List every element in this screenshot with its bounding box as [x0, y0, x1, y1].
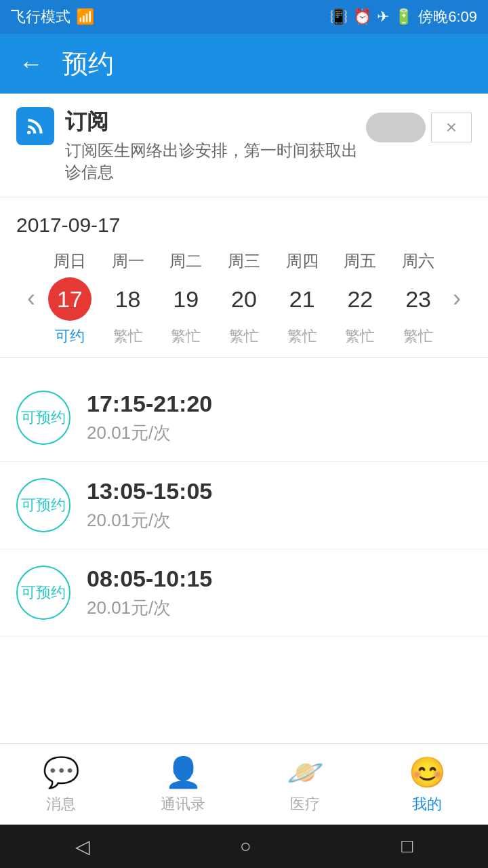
status-bar: 飞行模式 📶 📳 ⏰ ✈ 🔋 傍晚6:09 — [0, 0, 488, 34]
day-status-1: 繁忙 — [113, 326, 143, 347]
status-right: 📳 ⏰ ✈ 🔋 傍晚6:09 — [329, 7, 477, 27]
prev-week-button[interactable]: ‹ — [22, 279, 41, 318]
slot-time-1: 13:05-15:05 — [87, 478, 212, 505]
day-name-4: 周四 — [286, 250, 319, 272]
day-col-2[interactable]: 周二19繁忙 — [161, 250, 210, 347]
slot-time-2: 08:05-10:15 — [87, 566, 212, 592]
day-status-0: 可约 — [55, 326, 85, 347]
nav-bar: ← 预约 — [0, 34, 488, 94]
slot-price-2: 20.01元/次 — [87, 596, 212, 620]
date-title: 2017-09-17 — [16, 214, 472, 237]
tab-item-3[interactable]: 😊我的 — [386, 755, 468, 814]
day-status-6: 繁忙 — [403, 326, 433, 347]
subscribe-left: 订阅 订阅医生网络出诊安排，第一时间获取出诊信息 — [16, 107, 366, 183]
calendar-divider — [0, 357, 488, 358]
android-home-button[interactable]: ○ — [240, 835, 251, 857]
day-name-2: 周二 — [169, 250, 202, 272]
day-number-2[interactable]: 19 — [164, 277, 207, 321]
day-col-1[interactable]: 周一18繁忙 — [104, 250, 152, 347]
slot-info-0: 17:15-21:2020.01元/次 — [87, 391, 212, 445]
subscribe-toggle-track[interactable] — [366, 113, 426, 142]
tab-icon-1: 👤 — [165, 755, 202, 790]
day-number-6[interactable]: 23 — [396, 277, 440, 321]
day-name-1: 周一 — [112, 250, 144, 272]
slot-price-1: 20.01元/次 — [87, 509, 212, 532]
slot-badge-2: 可预约 — [16, 566, 70, 620]
tab-label-0: 消息 — [46, 794, 76, 814]
tab-item-2[interactable]: 🪐医疗 — [264, 755, 346, 814]
android-nav: ◁ ○ □ — [0, 825, 488, 868]
flight-mode-label: 飞行模式 — [11, 7, 70, 27]
tab-label-1: 通讯录 — [161, 794, 205, 814]
tab-bar: 💬消息👤通讯录🪐医疗😊我的 — [0, 743, 488, 825]
time-slot-item-1[interactable]: 可预约13:05-15:0520.01元/次 — [0, 462, 488, 549]
day-status-5: 繁忙 — [345, 326, 375, 347]
tab-icon-3: 😊 — [409, 755, 446, 790]
day-col-6[interactable]: 周六23繁忙 — [394, 250, 443, 347]
tab-icon-0: 💬 — [43, 755, 80, 790]
subscribe-section: 订阅 订阅医生网络出诊安排，第一时间获取出诊信息 × — [0, 94, 488, 197]
day-number-4[interactable]: 21 — [281, 277, 324, 321]
rss-icon — [16, 107, 54, 145]
status-left: 飞行模式 📶 — [11, 7, 94, 27]
tab-icon-2: 🪐 — [287, 755, 324, 790]
day-col-0[interactable]: 周日17可约 — [45, 250, 94, 347]
day-number-1[interactable]: 18 — [106, 277, 150, 321]
day-col-5[interactable]: 周五22繁忙 — [336, 250, 384, 347]
day-status-2: 繁忙 — [171, 326, 201, 347]
week-days: 周日17可约周一18繁忙周二19繁忙周三20繁忙周四21繁忙周五22繁忙周六23… — [41, 250, 447, 347]
next-week-button[interactable]: › — [447, 279, 466, 318]
back-button[interactable]: ← — [14, 44, 49, 83]
slot-badge-0: 可预约 — [16, 391, 70, 445]
time-slots: 可预约17:15-21:2020.01元/次可预约13:05-15:0520.0… — [0, 369, 488, 642]
day-number-0[interactable]: 17 — [48, 277, 92, 321]
date-section: 2017-09-17 ‹ 周日17可约周一18繁忙周二19繁忙周三20繁忙周四2… — [0, 197, 488, 347]
subscribe-description: 订阅医生网络出诊安排，第一时间获取出诊信息 — [65, 140, 366, 183]
day-name-3: 周三 — [228, 250, 260, 272]
slot-info-1: 13:05-15:0520.01元/次 — [87, 478, 212, 532]
svg-point-0 — [27, 131, 30, 134]
day-name-6: 周六 — [402, 250, 434, 272]
subscribe-toggle: × — [366, 113, 472, 142]
time-slot-item-0[interactable]: 可预约17:15-21:2020.01元/次 — [0, 374, 488, 462]
airplane-icon: ✈ — [377, 8, 389, 26]
signal-icon: 📶 — [76, 8, 94, 26]
day-name-0: 周日 — [54, 250, 86, 272]
week-nav: ‹ 周日17可约周一18繁忙周二19繁忙周三20繁忙周四21繁忙周五22繁忙周六… — [16, 250, 472, 347]
day-col-3[interactable]: 周三20繁忙 — [220, 250, 268, 347]
day-number-5[interactable]: 22 — [338, 277, 382, 321]
tab-item-0[interactable]: 💬消息 — [20, 755, 102, 814]
day-col-4[interactable]: 周四21繁忙 — [278, 250, 327, 347]
slot-time-0: 17:15-21:20 — [87, 391, 212, 417]
slot-price-0: 20.01元/次 — [87, 421, 212, 445]
battery-icon: 🔋 — [394, 8, 413, 26]
subscribe-title: 订阅 — [65, 107, 366, 137]
tab-item-1[interactable]: 👤通讯录 — [142, 755, 224, 814]
alarm-icon: ⏰ — [353, 8, 371, 26]
time-slot-item-2[interactable]: 可预约08:05-10:1520.01元/次 — [0, 549, 488, 637]
day-status-4: 繁忙 — [287, 326, 317, 347]
slot-info-2: 08:05-10:1520.01元/次 — [87, 566, 212, 620]
day-status-3: 繁忙 — [229, 326, 259, 347]
slot-badge-1: 可预约 — [16, 478, 70, 532]
android-recent-button[interactable]: □ — [401, 835, 413, 857]
day-name-5: 周五 — [344, 250, 376, 272]
android-back-button[interactable]: ◁ — [75, 835, 90, 858]
tab-label-3: 我的 — [412, 794, 442, 814]
day-number-3[interactable]: 20 — [222, 277, 266, 321]
tab-label-2: 医疗 — [290, 794, 320, 814]
main-content: 订阅 订阅医生网络出诊安排，第一时间获取出诊信息 × 2017-09-17 ‹ … — [0, 94, 488, 743]
subscribe-close-button[interactable]: × — [431, 113, 472, 142]
subscribe-text: 订阅 订阅医生网络出诊安排，第一时间获取出诊信息 — [65, 107, 366, 183]
time-display: 傍晚6:09 — [418, 7, 477, 27]
vibrate-icon: 📳 — [329, 8, 348, 26]
page-title: 预约 — [62, 47, 114, 81]
